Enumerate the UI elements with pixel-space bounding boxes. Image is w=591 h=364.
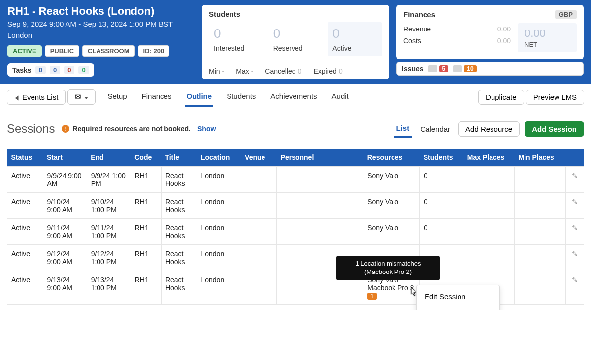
pencil-icon[interactable]: ✎ xyxy=(572,276,578,284)
table-cell: 9/11/24 1:00 PM xyxy=(87,219,131,245)
person-icon xyxy=(428,65,437,72)
finances-card: Finances GBP Revenue0.00 Costs0.00 0.00 … xyxy=(396,5,584,59)
table-row[interactable]: Active9/11/24 9:00 AM9/11/24 1:00 PMRH1R… xyxy=(7,219,584,245)
row-actions[interactable]: ✎ xyxy=(565,193,584,219)
col-header[interactable]: Resources xyxy=(363,149,420,167)
table-cell xyxy=(241,193,277,219)
col-header[interactable]: Start xyxy=(43,149,87,167)
table-cell: 0 xyxy=(420,193,463,219)
tab-outline[interactable]: Outline xyxy=(185,87,213,107)
col-header[interactable]: Max Places xyxy=(463,149,515,167)
tab-students[interactable]: Students xyxy=(226,87,257,107)
col-header[interactable]: Title xyxy=(161,149,197,167)
table-cell xyxy=(241,167,277,193)
table-cell xyxy=(463,219,515,245)
table-cell: Active xyxy=(7,271,43,305)
tasks-count-red: 0 xyxy=(64,66,74,74)
col-header[interactable]: Location xyxy=(197,149,241,167)
col-header[interactable]: Status xyxy=(7,149,43,167)
col-header[interactable]: End xyxy=(87,149,131,167)
tasks-count-blue2: 0 xyxy=(50,66,60,74)
add-resource-button[interactable]: Add Resource xyxy=(458,121,520,137)
pencil-icon[interactable]: ✎ xyxy=(572,198,578,206)
col-header[interactable]: Venue xyxy=(241,149,277,167)
status-public-tag: PUBLIC xyxy=(45,45,79,57)
sessions-title: Sessions xyxy=(7,122,55,136)
course-title: RH1 - React Hooks (London) xyxy=(7,5,195,18)
stat-active[interactable]: 0 Active xyxy=(328,22,382,56)
table-cell xyxy=(277,193,363,219)
currency-chip: GBP xyxy=(555,10,577,19)
pencil-icon[interactable]: ✎ xyxy=(572,250,578,258)
warning-icon: ! xyxy=(62,125,69,133)
table-cell: RH1 xyxy=(131,271,161,305)
table-cell: Active xyxy=(7,167,43,193)
row-actions[interactable]: ✎ xyxy=(565,271,584,305)
row-actions[interactable]: ✎ xyxy=(565,245,584,271)
students-card-title: Students xyxy=(209,10,240,18)
tag-row: ACTIVE PUBLIC CLASSROOM ID: 200 xyxy=(7,45,195,57)
students-card-footer: Min- Max- Cancelled0 Expired0 xyxy=(202,63,389,79)
issues-bar[interactable]: Issues 5 10 xyxy=(396,62,584,76)
mail-dropdown-button[interactable]: ✉ xyxy=(67,89,96,105)
table-cell: RH1 xyxy=(131,193,161,219)
back-events-list-button[interactable]: Events List xyxy=(7,90,66,105)
net-num: 0.00 xyxy=(525,27,570,40)
table-cell: 9/9/24 9:00 AM xyxy=(43,167,87,193)
net-label: NET xyxy=(525,41,570,48)
add-session-button[interactable]: Add Session xyxy=(525,121,584,137)
table-row[interactable]: Active9/12/24 9:00 AM9/12/24 1:00 PMRH1R… xyxy=(7,245,584,271)
stat-reserved-label: Reserved xyxy=(273,44,318,52)
table-cell: Active xyxy=(7,219,43,245)
tasks-pill[interactable]: Tasks 0 0 0 0 xyxy=(7,63,94,77)
menu-edit-session[interactable]: Edit Session xyxy=(417,288,499,304)
table-cell: React Hooks xyxy=(161,193,197,219)
col-header[interactable]: Personnel xyxy=(277,149,363,167)
menu-delete-session[interactable]: Delete Session xyxy=(417,304,499,310)
tab-setup[interactable]: Setup xyxy=(106,87,128,107)
row-actions[interactable]: ✎ xyxy=(565,167,584,193)
issue-red-count: 5 xyxy=(439,65,449,72)
duplicate-button[interactable]: Duplicate xyxy=(478,90,524,105)
pencil-icon[interactable]: ✎ xyxy=(572,224,578,232)
view-tab-list[interactable]: List xyxy=(394,120,413,138)
status-id-tag: ID: 200 xyxy=(138,45,170,57)
table-cell: 9/10/24 1:00 PM xyxy=(87,193,131,219)
row-actions[interactable]: ✎ xyxy=(565,219,584,245)
tab-audit[interactable]: Audit xyxy=(331,87,350,107)
table-row[interactable]: Active9/10/24 9:00 AM9/10/24 1:00 PMRH1R… xyxy=(7,193,584,219)
col-header[interactable]: Students xyxy=(420,149,463,167)
stat-active-label: Active xyxy=(332,44,377,52)
show-link[interactable]: Show xyxy=(197,125,216,133)
view-row: List Calendar Add Resource Add Session xyxy=(394,120,584,138)
stat-reserved[interactable]: 0 Reserved xyxy=(268,22,323,56)
table-cell xyxy=(514,167,565,193)
view-tab-calendar[interactable]: Calendar xyxy=(417,121,453,137)
table-cell: Sony Vaio xyxy=(363,193,420,219)
tab-finances[interactable]: Finances xyxy=(141,87,173,107)
table-cell: London xyxy=(197,167,241,193)
table-row[interactable]: Active9/9/24 9:00 AM9/9/24 1:00 PMRH1Rea… xyxy=(7,167,584,193)
col-header[interactable]: Code xyxy=(131,149,161,167)
status-active-tag: ACTIVE xyxy=(7,45,42,57)
table-cell: London xyxy=(197,193,241,219)
resource-warning-badge[interactable]: 1 xyxy=(367,293,377,300)
table-cell: Sony Vaio xyxy=(363,219,420,245)
table-cell: React Hooks xyxy=(161,219,197,245)
table-cell: 9/11/24 9:00 AM xyxy=(43,219,87,245)
table-cell xyxy=(241,271,277,305)
caret-down-icon xyxy=(84,97,88,99)
preview-lms-button[interactable]: Preview LMS xyxy=(526,90,584,105)
stat-interested[interactable]: 0 Interested xyxy=(209,22,263,56)
table-cell: London xyxy=(197,271,241,305)
status-classroom-tag: CLASSROOM xyxy=(82,45,135,57)
table-cell xyxy=(241,219,277,245)
col-header[interactable]: Min Places xyxy=(514,149,565,167)
tasks-count-green: 0 xyxy=(78,66,89,74)
costs-val: 0.00 xyxy=(497,37,511,45)
tab-achievements[interactable]: Achievements xyxy=(269,87,318,107)
issue-orange-count: 10 xyxy=(464,65,476,72)
table-cell xyxy=(277,167,363,193)
pencil-icon[interactable]: ✎ xyxy=(572,172,578,180)
max-label: Max xyxy=(236,67,249,75)
